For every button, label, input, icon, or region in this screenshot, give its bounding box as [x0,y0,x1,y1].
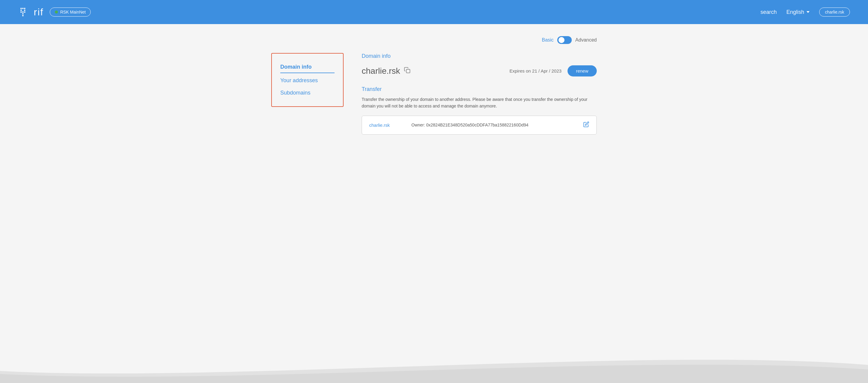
advanced-label: Advanced [575,37,597,43]
sidebar-item-your-addresses[interactable]: Your addresses [280,74,335,87]
svg-rect-3 [21,10,22,11]
domain-name: charlie.rsk [362,66,400,76]
copy-svg [404,67,410,73]
content-layout: Domain info Your addresses Subdomains Do… [271,53,597,135]
network-status-dot [55,10,58,13]
transfer-domain-name: charlie.rsk [369,123,405,128]
logo-text: rif [34,7,44,18]
svg-rect-7 [24,11,25,13]
svg-rect-5 [21,11,22,13]
basic-label: Basic [542,37,554,43]
transfer-owner: Owner: 0x2824B21E348D520a50cDDFA77ba1588… [405,123,583,127]
view-toggle: Basic Advanced [271,36,597,44]
edit-svg [583,121,589,127]
header-left: rif RSK MainNet [18,5,91,19]
domain-panel: Domain info charlie.rsk Expires on 21 / … [362,53,597,135]
svg-rect-6 [22,11,24,13]
svg-rect-2 [24,8,25,9]
transfer-description: Transfer the ownership of your domain to… [362,96,591,110]
domain-info-section-title: Domain info [362,53,597,59]
transfer-section-title: Transfer [362,86,597,93]
main-content: Basic Advanced Domain info Your addresse… [253,24,615,159]
network-label: RSK MainNet [60,10,86,14]
view-mode-toggle[interactable] [557,36,572,44]
transfer-row: charlie.rsk Owner: 0x2824B21E348D520a50c… [362,116,597,135]
svg-rect-4 [24,10,25,11]
svg-rect-0 [21,8,22,9]
network-badge[interactable]: RSK MainNet [50,7,91,16]
svg-rect-1 [22,8,24,9]
logo: rif [18,5,44,19]
edit-icon[interactable] [583,121,589,129]
user-domain-badge[interactable]: charlie.rsk [819,7,850,16]
footer-wave [0,347,868,383]
expiry-renew-group: Expires on 21 / Apr / 2023 renew [510,65,597,76]
rif-logo-icon [18,5,31,19]
language-selector[interactable]: English [786,9,809,15]
domain-row: charlie.rsk Expires on 21 / Apr / 2023 r… [362,65,597,76]
sidebar-item-domain-info[interactable]: Domain info [280,61,335,73]
search-link[interactable]: search [761,9,777,15]
sidebar-item-subdomains[interactable]: Subdomains [280,87,335,99]
domain-name-group: charlie.rsk [362,66,410,76]
svg-rect-8 [22,13,24,14]
svg-rect-10 [406,69,410,73]
sidebar: Domain info Your addresses Subdomains [271,53,344,107]
renew-button[interactable]: renew [567,65,597,76]
svg-rect-9 [22,15,24,16]
header-right: search English charlie.rsk [761,7,850,16]
expiry-text: Expires on 21 / Apr / 2023 [510,68,562,73]
language-label: English [786,9,804,15]
copy-icon[interactable] [404,67,410,75]
chevron-down-icon [807,11,809,13]
header: rif RSK MainNet search English charlie.r… [0,0,868,24]
